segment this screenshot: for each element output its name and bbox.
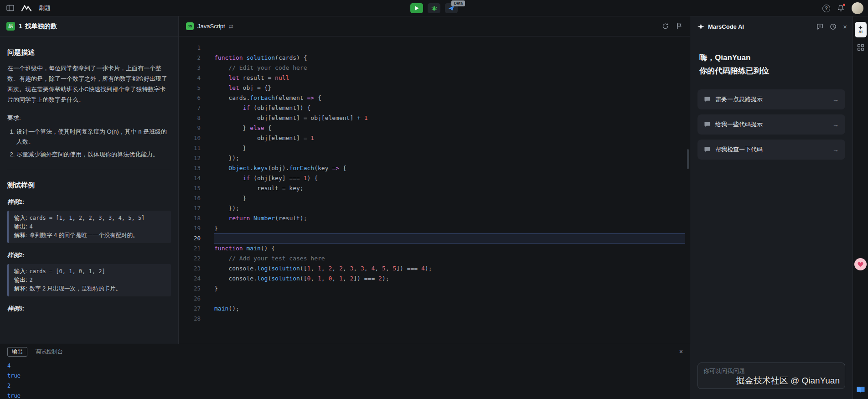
notifications-button[interactable]	[837, 5, 844, 12]
debug-button[interactable]	[428, 3, 440, 13]
code-line[interactable]: 2function solution(cards) {	[179, 53, 690, 63]
line-number: 8	[179, 113, 207, 123]
tab-debug-console[interactable]: 调试控制台	[36, 348, 63, 356]
line-number: 9	[179, 123, 207, 133]
code-text[interactable]: }	[214, 223, 685, 233]
code-line[interactable]: 26	[179, 294, 690, 304]
console-panel: 输出 调试控制台 × 4 true 2 true	[0, 344, 690, 399]
code-text[interactable]: }	[214, 193, 685, 203]
code-text[interactable]: console.log(solution([0, 1, 0, 1, 2]) ==…	[214, 274, 685, 284]
ai-greeting: 嗨，QianYuan 你的代码陪练已到位	[690, 51, 852, 78]
code-line[interactable]: 5 let obj = {}	[179, 83, 690, 93]
code-text[interactable]: return Number(result);	[214, 213, 685, 223]
code-text[interactable]: }	[214, 284, 685, 294]
code-text[interactable]: Object.keys(obj).forEach(key => {	[214, 163, 685, 173]
code-line[interactable]: 16 }	[179, 193, 690, 203]
code-line[interactable]: 22 // Add your test cases here	[179, 254, 690, 264]
menu-item-problems[interactable]: 刷题	[39, 4, 51, 12]
problem-body[interactable]: 问题描述 在一个班级中，每位同学都拿到了一张卡片，上面有一个整数。有趣的是，除了…	[0, 36, 178, 344]
code-text[interactable]: function solution(cards) {	[214, 53, 685, 63]
submit-button[interactable]: Beta	[445, 3, 458, 13]
code-line[interactable]: 7 if (obj[element]) {	[179, 103, 690, 113]
code-line[interactable]: 17 });	[179, 203, 690, 213]
docs-button[interactable]	[856, 386, 865, 394]
arrow-icon: →	[832, 121, 839, 128]
code-text[interactable]: }	[214, 143, 685, 153]
line-number: 22	[179, 254, 207, 264]
code-line[interactable]: 19}	[179, 223, 690, 233]
code-line[interactable]: 20	[179, 233, 690, 244]
code-line[interactable]: 15 result = key;	[179, 183, 690, 193]
code-line[interactable]: 1	[179, 43, 690, 53]
code-text[interactable]	[214, 314, 685, 324]
ai-input-field[interactable]	[698, 363, 845, 389]
code-text[interactable]: result = key;	[214, 183, 685, 193]
code-text[interactable]: // Edit your code here	[214, 63, 685, 73]
close-icon[interactable]: ×	[679, 348, 683, 355]
code-line[interactable]: 13 Object.keys(obj).forEach(key => {	[179, 163, 690, 173]
suggestion-hint-button[interactable]: 需要一点思路提示 →	[698, 89, 845, 109]
avatar[interactable]	[852, 2, 863, 14]
history-icon[interactable]	[830, 23, 837, 30]
code-line[interactable]: 9 } else {	[179, 123, 690, 133]
code-line[interactable]: 14 if (obj[key] === 1) {	[179, 173, 690, 183]
code-text[interactable]: console.log(solution([1, 1, 2, 2, 3, 3, …	[214, 264, 685, 274]
code-line[interactable]: 24 console.log(solution([0, 1, 0, 1, 2])…	[179, 274, 690, 284]
code-text[interactable]	[214, 233, 685, 244]
line-number: 18	[179, 213, 207, 223]
code-text[interactable]: obj[element] = 1	[214, 133, 685, 143]
example-input-row: 输入:cards = [0, 1, 0, 1, 2]	[14, 267, 165, 276]
code-line[interactable]: 21function main() {	[179, 244, 690, 254]
code-line[interactable]: 27main();	[179, 304, 690, 314]
code-text[interactable]: function main() {	[214, 244, 685, 254]
code-line[interactable]: 12 });	[179, 153, 690, 163]
code-line[interactable]: 28	[179, 314, 690, 324]
editor-scrollbar[interactable]	[687, 149, 689, 169]
mascot-button[interactable]	[854, 258, 867, 270]
code-line[interactable]: 23 console.log(solution([1, 1, 2, 2, 3, …	[179, 264, 690, 274]
code-text[interactable]: if (obj[key] === 1) {	[214, 173, 685, 183]
code-text[interactable]: obj[element] = obj[element] + 1	[214, 113, 685, 123]
code-text[interactable]: main();	[214, 304, 685, 314]
language-switch-icon[interactable]: ⇄	[229, 23, 233, 30]
code-text[interactable]: });	[214, 153, 685, 163]
suggestion-review-button[interactable]: 帮我检查一下代码 →	[698, 140, 845, 160]
run-button[interactable]	[410, 3, 423, 13]
ai-sidebar-button[interactable]: AI	[855, 22, 867, 37]
close-icon[interactable]: ×	[843, 23, 847, 31]
code-text[interactable]: let result = null	[214, 73, 685, 83]
marscode-logo-icon[interactable]	[21, 5, 31, 11]
tools-button[interactable]	[857, 44, 865, 51]
code-text[interactable]: // Add your test cases here	[214, 254, 685, 264]
format-code-icon[interactable]	[676, 23, 682, 30]
code-text[interactable]: });	[214, 203, 685, 213]
suggestion-code-hint-button[interactable]: 给我一些代码提示 →	[698, 114, 845, 135]
line-number: 6	[179, 93, 207, 103]
code-lines[interactable]: 1 2function solution(cards) {3 // Edit y…	[179, 36, 690, 324]
arrow-icon: →	[832, 146, 839, 153]
new-chat-icon[interactable]	[816, 23, 823, 30]
ai-header: MarsCode AI ×	[690, 16, 852, 36]
code-line[interactable]: 6 cards.forEach(element => {	[179, 93, 690, 103]
code-text[interactable]	[214, 294, 685, 304]
code-line[interactable]: 10 obj[element] = 1	[179, 133, 690, 143]
code-line[interactable]: 18 return Number(result);	[179, 213, 690, 223]
code-line[interactable]: 8 obj[element] = obj[element] + 1	[179, 113, 690, 123]
example-label: 样例1:	[7, 198, 171, 206]
code-line[interactable]: 3 // Edit your code here	[179, 63, 690, 73]
code-line[interactable]: 4 let result = null	[179, 73, 690, 83]
code-text[interactable]: let obj = {}	[214, 83, 685, 93]
help-icon[interactable]: ?	[822, 5, 830, 12]
example-input-code: cards = [1, 1, 2, 2, 3, 3, 4, 5, 5]	[29, 215, 145, 221]
code-text[interactable]: } else {	[214, 123, 685, 133]
code-line[interactable]: 25}	[179, 284, 690, 294]
tab-output[interactable]: 输出	[7, 347, 27, 357]
code-text[interactable]	[214, 43, 685, 53]
sidebar-toggle-icon[interactable]	[6, 5, 14, 11]
reset-code-icon[interactable]	[662, 23, 669, 30]
problem-panel: 易 1 找单独的数 问题描述 在一个班级中，每位同学都拿到了一张卡片，上面有一个…	[0, 16, 179, 344]
code-text[interactable]: cards.forEach(element => {	[214, 93, 685, 103]
language-tab[interactable]: JavaScript	[197, 23, 225, 30]
code-text[interactable]: if (obj[element]) {	[214, 103, 685, 113]
code-line[interactable]: 11 }	[179, 143, 690, 153]
